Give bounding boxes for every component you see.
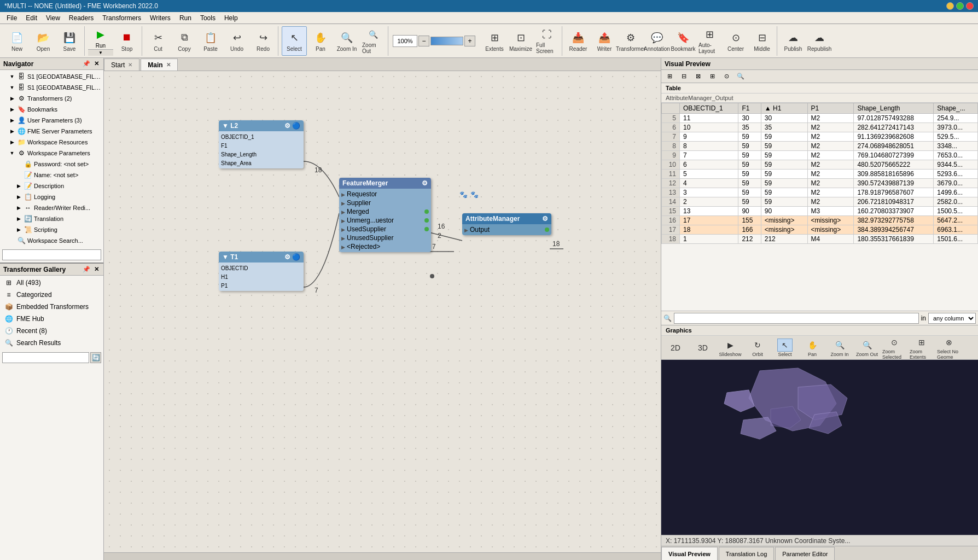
writer-button[interactable]: 📤 Writer: [592, 26, 617, 56]
nav-item-logging[interactable]: ▶ 📋 Logging: [0, 191, 103, 202]
table-row[interactable]: 7 9 59 59 M2 91.1369239682608 529.5...: [662, 132, 978, 142]
menu-file[interactable]: File: [2, 13, 21, 23]
preview-btn-1[interactable]: ⊞: [663, 71, 676, 82]
data-table-container[interactable]: OBJECTID_1 F1 ▲ H1 P1 Shape_Length Shape…: [661, 103, 978, 311]
zoom-input[interactable]: [393, 35, 417, 47]
nav-item-password[interactable]: 🔒 Password: <not set>: [0, 159, 103, 170]
zoom-minus-button[interactable]: −: [418, 36, 429, 46]
preview-btn-4[interactable]: ⊞: [706, 71, 718, 82]
node-feature-merger[interactable]: FeatureMerger ⚙ ▶Requestor ▶Supplier ▶Me…: [339, 178, 431, 252]
minimize-button[interactable]: [946, 2, 954, 10]
nav-item-description[interactable]: ▶ 📝 Description: [0, 180, 103, 191]
menu-run[interactable]: Run: [175, 13, 196, 23]
nav-item-workspace-params[interactable]: ▼ ⚙ Workspace Parameters: [0, 148, 103, 159]
table-row[interactable]: 11 5 59 59 M2 309.885818165896 5293.6...: [662, 170, 978, 179]
run-button[interactable]: ▶ Run ▼: [88, 26, 113, 56]
table-search-column-select[interactable]: any column: [928, 313, 976, 324]
publish-button[interactable]: ☁ Publish: [781, 26, 806, 56]
table-row[interactable]: 8 8 59 59 M2 274.068948628051 3348...: [662, 142, 978, 151]
nav-item-s1-geo2[interactable]: ▼ 🗄 S1 [GEODATABASE_FIL...]: [0, 82, 103, 93]
tab-start[interactable]: Start ✕: [104, 59, 139, 71]
redo-button[interactable]: ↪ Redo: [251, 26, 276, 56]
nav-item-translation[interactable]: ▶ 🔄 Translation: [0, 213, 103, 224]
preview-btn-3[interactable]: ⊠: [692, 71, 704, 82]
graphics-btn-select[interactable]: ↖ Select: [773, 339, 797, 357]
close-button[interactable]: [966, 2, 974, 10]
nav-item-bookmarks[interactable]: ▶ 🔖 Bookmarks: [0, 104, 103, 115]
graphics-btn-zoom-selected[interactable]: ⊙ Zoom Selected: [882, 336, 906, 360]
navigator-search-input[interactable]: [2, 249, 101, 260]
zoom-slider[interactable]: [430, 37, 463, 45]
menu-edit[interactable]: Edit: [21, 13, 42, 23]
pan-button[interactable]: ✋ Pan: [308, 26, 333, 56]
table-row[interactable]: 10 6 59 59 M2 480.52075665222 9344.5...: [662, 160, 978, 170]
gallery-item-categorized[interactable]: ≡ Categorized: [0, 289, 103, 301]
menu-help[interactable]: Help: [220, 13, 242, 23]
auto-layout-button[interactable]: ⊞ Auto-Layout: [697, 26, 722, 56]
gallery-search-button[interactable]: 🔄: [90, 352, 101, 363]
tab-main[interactable]: Main ✕: [141, 59, 177, 71]
preview-btn-2[interactable]: ⊟: [678, 71, 690, 82]
col-f1[interactable]: F1: [738, 103, 761, 114]
nav-item-transformers[interactable]: ▶ ⚙ Transformers (2): [0, 93, 103, 104]
fullscreen-button[interactable]: ⛶ Full Screen: [534, 26, 560, 56]
preview-btn-6[interactable]: 🔍: [735, 71, 747, 82]
tab-start-close[interactable]: ✕: [128, 62, 132, 68]
graphics-viewport[interactable]: [661, 360, 978, 535]
col-row-num[interactable]: [662, 103, 680, 114]
cut-button[interactable]: ✂ Cut: [145, 26, 171, 56]
table-row[interactable]: 17 18 166 <missing> <missing> 384.389394…: [662, 225, 978, 235]
canvas-hscroll[interactable]: [104, 552, 661, 560]
save-button[interactable]: 💾 Save: [57, 26, 82, 56]
table-row[interactable]: 16 17 155 <missing> <missing> 382.973292…: [662, 216, 978, 225]
zoom-in-button[interactable]: 🔍 Zoom In: [334, 26, 359, 56]
table-row[interactable]: 15 13 90 90 M3 160.270803373907 1500.5..…: [662, 207, 978, 216]
menu-tools[interactable]: Tools: [196, 13, 220, 23]
graphics-btn-zoom-in[interactable]: 🔍 Zoom In: [828, 339, 852, 357]
navigator-pin-icon[interactable]: 📌: [83, 60, 90, 68]
republish-button[interactable]: ☁ Republish: [807, 26, 832, 56]
tab-visual-preview[interactable]: Visual Preview: [661, 547, 718, 560]
table-row[interactable]: 12 4 59 59 M2 390.572439887139 3679.0...: [662, 179, 978, 188]
col-h1[interactable]: ▲ H1: [761, 103, 807, 114]
copy-button[interactable]: ⧉ Copy: [172, 26, 197, 56]
col-objectid1[interactable]: OBJECTID_1: [680, 103, 738, 114]
gallery-item-fme-hub[interactable]: 🌐 FME Hub: [0, 313, 103, 325]
graphics-btn-pan[interactable]: ✋ Pan: [800, 339, 824, 357]
menu-readers[interactable]: Readers: [65, 13, 98, 23]
table-row[interactable]: 9 7 59 59 M2 769.104680727399 7653.0...: [662, 151, 978, 160]
graphics-btn-2d[interactable]: 2D: [663, 341, 688, 354]
transformer-button[interactable]: ⚙ Transformer: [618, 26, 643, 56]
graphics-btn-no-geom[interactable]: ⊗ Select No Geome: [937, 336, 961, 360]
gallery-item-recent[interactable]: 🕐 Recent (8): [0, 325, 103, 337]
open-button[interactable]: 📂 Open: [31, 26, 56, 56]
canvas[interactable]: 18 7 16 2 18 7 🐾 🐾: [104, 71, 661, 552]
menu-view[interactable]: View: [42, 13, 65, 23]
graphics-btn-orbit[interactable]: ↻ Orbit: [746, 339, 770, 357]
restore-button[interactable]: [956, 2, 964, 10]
graphics-btn-slideshow[interactable]: ▶ Slideshow: [718, 339, 742, 357]
node-attribute-manager[interactable]: AttributeManager ⚙ ▶Output: [462, 213, 551, 235]
gallery-item-all[interactable]: ⊞ All (493): [0, 277, 103, 289]
col-shape-length[interactable]: Shape_Length: [854, 103, 934, 114]
gallery-item-embedded[interactable]: 📦 Embedded Transformers: [0, 301, 103, 313]
zoom-out-button[interactable]: 🔍 Zoom Out: [360, 26, 386, 56]
col-shape-area[interactable]: Shape_...: [934, 103, 978, 114]
nav-item-scripting[interactable]: ▶ 📜 Scripting: [0, 224, 103, 235]
col-p1[interactable]: P1: [807, 103, 854, 114]
stop-button[interactable]: ⏹ Stop: [114, 26, 139, 56]
gallery-item-search-results[interactable]: 🔍 Search Results: [0, 337, 103, 349]
table-row[interactable]: 6 10 35 35 M2 282.641272417143 3973.0...: [662, 123, 978, 132]
bookmark-button[interactable]: 🔖 Bookmark: [671, 26, 696, 56]
nav-item-s1-geo1[interactable]: ▼ 🗄 S1 [GEODATABASE_FIL...]: [0, 71, 103, 82]
undo-button[interactable]: ↩ Undo: [224, 26, 249, 56]
node-t1[interactable]: ▼ T1 ⚙ 🔵 OBJECTID H1 P1: [219, 252, 304, 291]
table-row[interactable]: 18 1 212 212 M4 180.355317661839 1501.6.…: [662, 235, 978, 244]
node-l2[interactable]: ▼ L2 ⚙ 🔵 OBJECTID_1 F1 Shape_Length Shap…: [219, 120, 304, 168]
menu-transformers[interactable]: Transformers: [98, 13, 145, 23]
tab-parameter-editor[interactable]: Parameter Editor: [775, 547, 835, 560]
extents-button[interactable]: ⊞ Extents: [482, 26, 507, 56]
nav-item-fme-server[interactable]: ▶ 🌐 FME Server Parameters: [0, 126, 103, 137]
maximize-button[interactable]: ⊡ Maximize: [508, 26, 533, 56]
table-row[interactable]: 5 11 30 30 M2 97.0128757493288 254.9...: [662, 114, 978, 123]
